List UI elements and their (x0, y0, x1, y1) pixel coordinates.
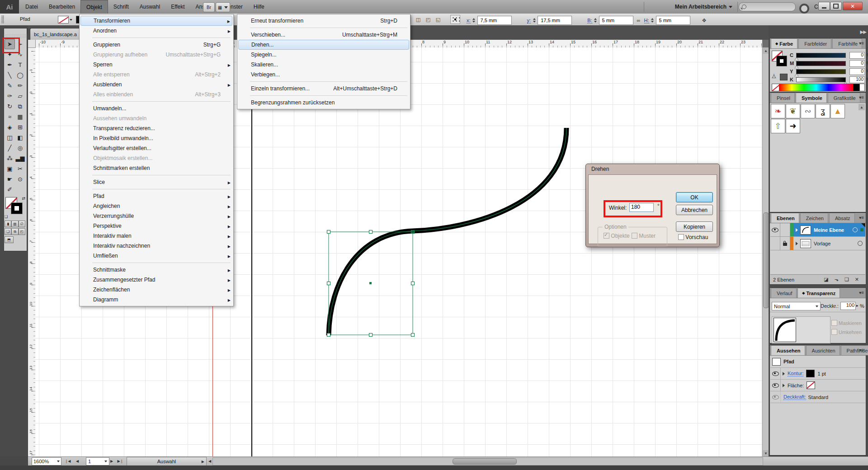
width-label[interactable]: B: (587, 18, 592, 24)
scroll-up-icon[interactable]: ▲ (859, 104, 865, 110)
layer-target-icon[interactable] (853, 227, 858, 232)
new-sublayer-icon[interactable]: ⬎ (835, 277, 839, 282)
transform-icon[interactable]: ✥ (700, 16, 708, 24)
opacity-field[interactable]: 100 (840, 302, 856, 310)
menu-item[interactable]: Umwandeln... (80, 103, 232, 113)
menu-item[interactable]: Begrenzungsrahmen zurücksetzen (238, 98, 409, 108)
eraser-tool[interactable]: ▱ (15, 91, 25, 101)
height-stepper[interactable] (651, 17, 655, 24)
ellipse-tool[interactable]: ◯ (15, 70, 25, 80)
menu-bar-item[interactable]: Objekt (80, 0, 108, 14)
layer-lock-toggle[interactable] (780, 237, 790, 250)
swap-fill-stroke-icon[interactable]: ⇄ (22, 196, 25, 201)
visibility-toggle[interactable] (770, 391, 781, 403)
first-page-button[interactable]: ❘◀ (64, 457, 71, 465)
height-field[interactable] (656, 16, 690, 25)
knife-tool[interactable]: ✐ (5, 184, 15, 195)
rotate-tool[interactable]: ↻ (5, 101, 15, 112)
x-stepper[interactable] (472, 17, 476, 24)
pen-tool[interactable]: ✒ (5, 60, 15, 70)
draw-mode-button[interactable]: ◰ (19, 228, 25, 235)
restore-button[interactable] (830, 2, 842, 10)
stroke-color-swatch[interactable] (58, 16, 69, 24)
scroll-left-icon[interactable]: ◀ (207, 457, 212, 465)
menu-bar-item[interactable]: Hilfe (248, 0, 270, 14)
arrange-documents-button[interactable]: ▦ (216, 2, 230, 12)
visibility-toggle[interactable] (770, 380, 781, 391)
menu-bar-item[interactable]: Datei (20, 0, 43, 14)
zoom-level-select[interactable]: 1600% (32, 457, 61, 465)
search-box[interactable] (739, 2, 796, 11)
width-field[interactable] (599, 16, 633, 25)
menu-item[interactable]: Objektmosaik erstellen... (80, 153, 232, 163)
menu-item[interactable]: Verzerrungshülle (80, 211, 232, 221)
menu-item[interactable]: Interaktiv nachzeichnen (80, 241, 232, 251)
menu-item[interactable]: Drehen... (238, 40, 409, 50)
panel-tab[interactable]: Symbole (796, 93, 827, 103)
menu-bar-item[interactable]: Schrift (108, 0, 134, 14)
opacity-link[interactable]: Deckkraft: (783, 394, 806, 400)
menu-item[interactable]: Einzeln transformieren... Alt+Umschaltta… (238, 84, 409, 94)
close-button[interactable] (843, 2, 863, 10)
panel-tab[interactable]: Grafikstile (828, 93, 860, 103)
blend-tool[interactable]: ◎ (15, 143, 25, 153)
stroke-link[interactable]: Kontur: (788, 371, 803, 376)
color-slider-track[interactable] (796, 53, 846, 58)
layer-lock-toggle[interactable] (780, 223, 790, 236)
expand-triangle-icon[interactable] (796, 242, 798, 245)
menu-item[interactable]: Diagramm (80, 295, 232, 305)
workspace-switcher[interactable]: Mein Arbeitsbereich (675, 0, 732, 14)
default-fill-stroke-icon[interactable]: ❏ (5, 215, 8, 219)
feather-symbol[interactable]: ❦ (786, 104, 800, 118)
expand-triangle-icon[interactable] (783, 384, 785, 387)
column-graph-tool[interactable]: ▃▆ (15, 153, 25, 164)
menu-item[interactable]: Transformieren (80, 16, 232, 26)
scrollbar-thumb[interactable] (453, 458, 517, 465)
menu-item[interactable]: Alle entsperren Alt+Strg+2 (80, 70, 232, 80)
menu-item[interactable]: Verbiegen... (238, 70, 409, 80)
width-tool[interactable]: ≈ (5, 112, 15, 122)
panel-tab[interactable]: ◆Farbe (771, 38, 797, 48)
menu-item[interactable]: Verlaufsgitter erstellen... (80, 143, 232, 153)
panel-tab[interactable]: Pinsel (771, 93, 795, 103)
paint-style-button[interactable]: ▥ (11, 221, 18, 227)
page-number-select[interactable]: 1 (86, 457, 109, 465)
parrot-symbol[interactable]: ❧ (771, 104, 785, 118)
menu-item[interactable]: Schnittmaske (80, 265, 232, 275)
minimize-button[interactable] (818, 2, 830, 10)
pencil-tool[interactable]: ✏ (15, 80, 25, 91)
height-label[interactable]: H: (644, 18, 649, 24)
menu-item[interactable]: Skalieren... (238, 60, 409, 70)
y-label[interactable]: y: (527, 18, 531, 24)
color-value-field[interactable]: 0 (849, 68, 865, 75)
link-dimensions-icon[interactable]: ∞ (635, 16, 643, 24)
menu-item[interactable]: Gruppieren Strg+G (80, 40, 232, 50)
last-color-swatch[interactable] (780, 74, 788, 80)
panel-tab[interactable]: Aussehen (771, 345, 805, 355)
cancel-button[interactable]: Abbrechen (676, 205, 713, 215)
preview-checkbox[interactable]: Vorschau (678, 234, 708, 240)
objects-checkbox[interactable]: Objekte (604, 233, 630, 239)
mask-checkbox[interactable]: Maskieren (831, 320, 862, 326)
shape-builder-tool[interactable]: ◈ (5, 122, 15, 132)
zoom-tool[interactable]: ⊙ (15, 174, 25, 184)
screen-mode-button[interactable]: ⬒ (5, 236, 14, 243)
eyedropper-tool[interactable]: ╱ (5, 143, 15, 153)
panel-menu-icon[interactable]: ▾≡ (859, 41, 864, 46)
banner-symbol[interactable]: ∾ (801, 104, 815, 118)
line-segment-tool[interactable]: ╲ (5, 70, 15, 80)
type-tool[interactable]: T (15, 60, 25, 70)
blob-brush-tool[interactable]: ✑ (5, 91, 15, 101)
color-slider-track[interactable] (796, 69, 846, 74)
menu-item[interactable]: Pfad (80, 191, 232, 201)
panel-tab[interactable]: Ausrichten (806, 345, 840, 355)
previous-page-button[interactable]: ◀ (74, 457, 80, 465)
menu-item[interactable]: Schnittmarken erstellen (80, 163, 232, 173)
menu-item[interactable]: In Pixelbild umwandeln... (80, 133, 232, 143)
x-field[interactable] (477, 16, 512, 25)
color-cube-icon[interactable]: ⧊ (772, 74, 776, 80)
ruler-corner[interactable] (28, 40, 36, 48)
last-page-button[interactable]: ▶❘ (117, 457, 124, 465)
stroke-swatch[interactable] (11, 203, 22, 214)
make-clipping-mask-icon[interactable]: ◪ (824, 277, 828, 282)
